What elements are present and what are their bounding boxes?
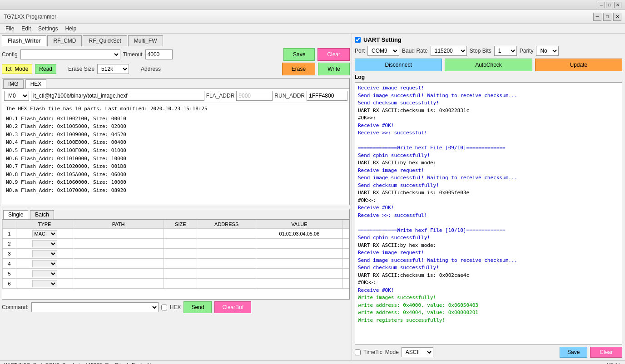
autocheck-button[interactable]: AutoCheck bbox=[445, 59, 532, 71]
tab-batch[interactable]: Batch bbox=[30, 210, 54, 219]
restore-btn[interactable]: □ bbox=[606, 2, 613, 8]
menu-edit[interactable]: Edit bbox=[18, 25, 35, 33]
tab-img[interactable]: IMG bbox=[3, 79, 24, 89]
tab-rf-quickset[interactable]: RF_QuickSet bbox=[83, 35, 127, 46]
address-label: Address bbox=[141, 66, 161, 72]
row-value-1: 01:02:03:04:05:06 bbox=[256, 229, 342, 239]
win-close[interactable]: ✕ bbox=[613, 13, 621, 21]
clearbuf-button[interactable]: ClearBuf bbox=[214, 301, 251, 313]
port-label: Port bbox=[355, 48, 365, 54]
col-path: PATH bbox=[73, 220, 164, 229]
log-entry: UART RX ASCII:by hex mode: bbox=[358, 242, 619, 250]
log-entry: Send checksum successfully! bbox=[358, 264, 619, 272]
mode-select[interactable]: ASCII bbox=[402, 347, 433, 357]
parity-select[interactable]: No bbox=[536, 46, 559, 56]
menu-file[interactable]: File bbox=[2, 25, 18, 33]
save-button[interactable]: Save bbox=[283, 48, 315, 61]
row-type-5 bbox=[16, 269, 73, 279]
main-tab-bar: Flash_Writer RF_CMD RF_QuickSet Multi_FW bbox=[2, 35, 350, 46]
run-addr-input[interactable] bbox=[307, 91, 347, 101]
timetick-checkbox[interactable] bbox=[355, 349, 361, 355]
hex-part-a: NO.a Flash_Addr: 0x11070000, Size: 08920 bbox=[6, 187, 346, 195]
menu-settings[interactable]: Settings bbox=[35, 25, 61, 33]
parity-label: Parity bbox=[520, 48, 534, 54]
log-bottom-row: TimeTic Mode ASCII Save Clear bbox=[355, 347, 622, 358]
save-log-button[interactable]: Save bbox=[560, 347, 587, 358]
erase-size-select[interactable]: 512k bbox=[97, 64, 129, 74]
row-num-5: 5 bbox=[3, 269, 16, 279]
m0-select[interactable]: M0 bbox=[4, 91, 29, 101]
log-entry: write address: 0x4004, value: 0x00000201 bbox=[358, 309, 619, 317]
log-entry bbox=[358, 219, 619, 227]
config-label: Config bbox=[2, 51, 18, 58]
log-entry: UART RX ASCII:checksum is: 0x005fe03e bbox=[358, 189, 619, 197]
uart-enable-checkbox[interactable] bbox=[355, 37, 361, 43]
baud-rate-label: Baud Rate bbox=[402, 48, 428, 54]
log-entry: Receive image request! bbox=[358, 84, 619, 92]
type-select-1[interactable]: MAC bbox=[32, 230, 57, 237]
hex-file-row: M0 FLA_ADDR RUN_ADDR bbox=[2, 89, 349, 103]
type-select-4[interactable] bbox=[32, 260, 57, 267]
baud-rate-select[interactable]: 115200 bbox=[431, 46, 467, 56]
system-window-bar: ─ □ ✕ bbox=[0, 0, 625, 10]
config-select[interactable] bbox=[20, 49, 120, 59]
update-button[interactable]: Update bbox=[535, 59, 622, 71]
tab-multi-fw[interactable]: Multi_FW bbox=[128, 35, 163, 46]
log-entry: Send image successful! Waiting to receiv… bbox=[358, 174, 619, 182]
hex-part-3: NO.3 Flash_Addr: 0x11009000, Size: 04520 bbox=[6, 131, 346, 139]
uart-title: UART Setting bbox=[363, 36, 402, 43]
log-entry: #OK>>: bbox=[358, 114, 619, 122]
log-entry: =============Write hexf File [09/10]====… bbox=[358, 144, 619, 152]
row-num-3: 3 bbox=[3, 249, 16, 259]
fla-addr-input[interactable] bbox=[236, 91, 273, 101]
row-type-3 bbox=[16, 249, 73, 259]
close-btn[interactable]: ✕ bbox=[614, 2, 621, 8]
stop-bits-label: Stop Bits bbox=[470, 48, 491, 54]
parameter-table: TYPE PATH SIZE ADDRESS VALUE 1 MAC bbox=[2, 220, 349, 289]
timetick-label: TimeTic bbox=[363, 349, 382, 355]
read-button[interactable]: Read bbox=[35, 64, 56, 74]
log-title: Log bbox=[355, 74, 622, 80]
stop-bits-select[interactable]: 1 bbox=[494, 46, 517, 56]
row-type-1: MAC bbox=[16, 229, 73, 239]
log-area: Receive image request!Send image success… bbox=[355, 82, 622, 345]
fct-mode-button[interactable]: fct_Mode bbox=[2, 64, 32, 74]
menu-help[interactable]: Help bbox=[61, 25, 80, 33]
win-restore[interactable]: □ bbox=[603, 13, 611, 21]
hex-path-input[interactable] bbox=[31, 91, 204, 101]
tab-flash-writer[interactable]: Flash_Writer bbox=[2, 35, 46, 46]
send-button[interactable]: Send bbox=[184, 301, 212, 313]
type-select-2[interactable] bbox=[32, 240, 57, 247]
tab-single[interactable]: Single bbox=[3, 210, 28, 219]
app-title: TG71XX Programmer bbox=[4, 14, 593, 20]
timeout-input[interactable] bbox=[145, 49, 173, 59]
fla-addr-label: FLA_ADDR bbox=[206, 93, 235, 99]
log-entry: Send image successful! Waiting to receiv… bbox=[358, 92, 619, 100]
clear-top-button[interactable]: Clear bbox=[317, 48, 350, 61]
row-num-4: 4 bbox=[3, 259, 16, 269]
table-row: 2 bbox=[3, 239, 349, 249]
table-row: 1 MAC 01:02:03:04:05:06 bbox=[3, 229, 349, 239]
command-input[interactable] bbox=[31, 302, 159, 312]
tab-hex[interactable]: HEX bbox=[25, 79, 47, 89]
log-entry: Receive >>: successful! bbox=[358, 212, 619, 220]
port-select[interactable]: COM9 bbox=[367, 46, 399, 56]
command-label: Command: bbox=[2, 304, 29, 310]
tab-rf-cmd[interactable]: RF_CMD bbox=[47, 35, 82, 46]
erase-button[interactable]: Erase bbox=[282, 63, 315, 75]
minimize-btn[interactable]: ─ bbox=[598, 2, 605, 8]
img-hex-tab-bar: IMG HEX bbox=[2, 79, 349, 89]
type-select-6[interactable] bbox=[32, 280, 57, 287]
clear-log-button[interactable]: Clear bbox=[590, 347, 622, 358]
hex-checkbox[interactable] bbox=[161, 305, 167, 310]
type-select-5[interactable] bbox=[32, 270, 57, 277]
log-entry: Send checksum successfully! bbox=[358, 99, 619, 107]
type-select-3[interactable] bbox=[32, 250, 57, 257]
col-num bbox=[3, 220, 16, 229]
single-batch-area: Single Batch TYPE PATH SIZE ADDRESS VALU… bbox=[2, 209, 350, 300]
disconnect-button[interactable]: Disconnect bbox=[355, 59, 442, 71]
win-minimize[interactable]: ─ bbox=[593, 13, 601, 21]
write-button[interactable]: Write bbox=[318, 63, 350, 75]
single-batch-tab-bar: Single Batch bbox=[2, 209, 349, 220]
second-row: fct_Mode Read Erase Size 512k Address Er… bbox=[2, 63, 350, 75]
